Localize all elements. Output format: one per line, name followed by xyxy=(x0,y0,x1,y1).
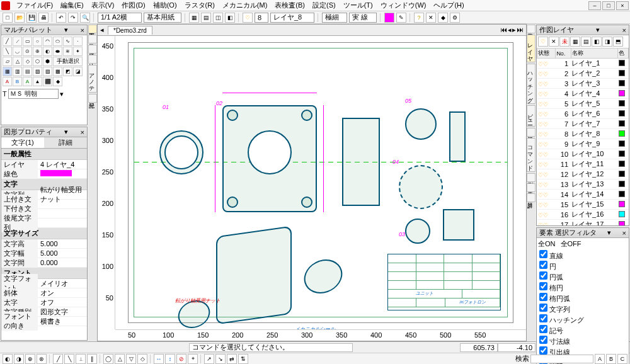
t3-icon[interactable]: ⊙ xyxy=(23,47,32,56)
layer-row[interactable]: ♡♡9レイヤ_9 xyxy=(537,139,629,149)
multipalette-pin-icon[interactable]: ▾ xyxy=(64,26,68,34)
right-tab-2[interactable]: ハッチング xyxy=(527,64,536,104)
select-label[interactable]: 手動選択 xyxy=(53,57,83,66)
doc-nav-prev-icon[interactable]: ◂ xyxy=(508,26,512,34)
menu-view[interactable]: 表示(V) xyxy=(88,0,118,11)
layer-row[interactable]: ♡♡4レイヤ_4 xyxy=(537,89,629,99)
t5-icon[interactable]: ◐ xyxy=(43,47,52,56)
filter-all-off[interactable]: 全OFF xyxy=(561,239,581,249)
bt10-icon[interactable]: △ xyxy=(115,354,125,364)
t7-icon[interactable]: ≋ xyxy=(63,47,72,56)
bulb-icon[interactable]: ♡ xyxy=(243,13,253,23)
tool-y-icon[interactable]: ◆ xyxy=(438,13,448,23)
menu-raster[interactable]: ラスタ(R) xyxy=(181,0,219,11)
a3-icon[interactable]: A xyxy=(23,77,32,86)
multipalette-close-icon[interactable]: × xyxy=(81,26,84,34)
line-tool-icon[interactable]: ╱ xyxy=(3,37,12,46)
circle-tool-icon[interactable]: ○ xyxy=(33,37,42,46)
bt13-icon[interactable]: ↔ xyxy=(154,354,164,364)
bt2-icon[interactable]: ◑ xyxy=(14,354,24,364)
prop-row[interactable]: レイヤ4 レイヤ_4 xyxy=(1,160,87,169)
right-tab-7[interactable]: 表示 xyxy=(527,183,536,192)
layer-row[interactable]: ♡♡17レイヤ_17 xyxy=(537,220,629,226)
a5-icon[interactable]: ⬛ xyxy=(43,77,52,86)
s5-icon[interactable]: ▨ xyxy=(43,67,52,76)
right-tab-3[interactable]: ビュー xyxy=(527,105,536,127)
t13-icon[interactable]: ⬢ xyxy=(43,57,52,66)
maximize-button[interactable]: □ xyxy=(602,1,615,10)
a2-icon[interactable]: B xyxy=(13,77,22,86)
right-tab-6[interactable]: 測定 xyxy=(527,173,536,182)
config-icon[interactable]: ⚙ xyxy=(450,13,460,23)
bt5-icon[interactable]: ╱ xyxy=(53,354,63,364)
bt-set1-icon[interactable]: A xyxy=(595,354,605,364)
menu-file[interactable]: ファイル(F) xyxy=(13,0,57,11)
menu-mechanical[interactable]: メカニカル(M) xyxy=(219,0,272,11)
layer-row[interactable]: ♡♡7レイヤ_7 xyxy=(537,119,629,129)
filter-panel-close-icon[interactable]: × xyxy=(622,229,626,237)
bt14-icon[interactable]: ↕ xyxy=(165,354,175,364)
lineweight-field[interactable]: 極細 xyxy=(322,13,347,23)
t12-icon[interactable]: ⬡ xyxy=(33,57,42,66)
right-tab-8[interactable]: 計算 xyxy=(527,193,536,202)
t2-icon[interactable]: ◡ xyxy=(13,47,22,56)
tool-a-icon[interactable]: ▦ xyxy=(189,13,199,23)
tool-c-icon[interactable]: ◫ xyxy=(213,13,223,23)
layer-table[interactable]: 状態 No. 名称 色 ♡♡1レイヤ_1♡♡2レイヤ_2♡♡3レイヤ_3♡♡4レ… xyxy=(537,48,629,225)
t11-icon[interactable]: ◇ xyxy=(23,57,32,66)
left-tab-0[interactable]: 図面 xyxy=(88,25,97,33)
layer-row[interactable]: ♡♡1レイヤ_1 xyxy=(537,59,629,69)
redo-icon[interactable]: ↷ xyxy=(68,13,78,23)
arc-tool-icon[interactable]: ◠ xyxy=(43,37,52,46)
layer-name-field[interactable]: レイヤ_8 xyxy=(270,13,314,23)
t6-icon[interactable]: ⬬ xyxy=(53,47,62,56)
minimize-button[interactable]: – xyxy=(588,1,601,10)
prop-row[interactable]: 線色 xyxy=(1,169,87,179)
t1-icon[interactable]: ╲ xyxy=(3,47,12,56)
s4-icon[interactable]: ▧ xyxy=(33,67,42,76)
layer-tb7-icon[interactable]: ◨ xyxy=(602,37,612,47)
doc-tab-prev-icon[interactable]: ◂ xyxy=(100,26,104,34)
layer-tb3-icon[interactable]: 未 xyxy=(559,37,570,47)
font-dropdown-icon[interactable]: ▾ xyxy=(60,90,64,98)
bt7-icon[interactable]: ⟂ xyxy=(76,354,86,364)
prop-row[interactable]: 文字間0.000 xyxy=(1,258,87,268)
filter-item[interactable]: ハッチング xyxy=(538,314,627,325)
bt18-icon[interactable]: ↘ xyxy=(215,354,226,364)
font-name-input[interactable] xyxy=(8,89,59,99)
layer-no-field[interactable]: 8 xyxy=(255,13,268,23)
layer-row[interactable]: ♡♡3レイヤ_3 xyxy=(537,79,629,89)
ellipse-tool-icon[interactable]: ⬭ xyxy=(53,37,62,46)
menu-assist[interactable]: 補助(O) xyxy=(149,0,181,11)
right-tab-4[interactable]: 記号 xyxy=(527,128,536,137)
layer-tb2-icon[interactable]: ✕ xyxy=(549,37,559,47)
menu-settings[interactable]: 設定(S) xyxy=(309,0,340,11)
bt-set2-icon[interactable]: B xyxy=(606,354,616,364)
filter-item[interactable]: 寸法線 xyxy=(538,336,627,346)
doc-nav-first-icon[interactable]: ⏮ xyxy=(500,26,507,34)
bt-set3-icon[interactable]: C xyxy=(617,354,627,364)
prop-row[interactable]: 斜体オン xyxy=(1,288,87,298)
t9-icon[interactable]: ▱ xyxy=(3,57,12,66)
bt4-icon[interactable]: ⊗ xyxy=(37,354,47,364)
menu-tools[interactable]: ツール(T) xyxy=(340,0,377,11)
layer-row[interactable]: ♡♡12レイヤ_12 xyxy=(537,169,629,179)
undo-icon[interactable]: ↶ xyxy=(56,13,66,23)
command-prompt[interactable]: コマンドを選択してください。 xyxy=(189,343,353,352)
layer-panel-pin-icon[interactable]: ▾ xyxy=(596,26,600,34)
bt17-icon[interactable]: ↗ xyxy=(204,354,214,364)
prop-row[interactable]: 文字幅5.000 xyxy=(1,249,87,258)
bt6-icon[interactable]: ╲ xyxy=(64,354,74,364)
bt11-icon[interactable]: ▽ xyxy=(126,354,136,364)
bt12-icon[interactable]: ◇ xyxy=(137,354,147,364)
color-swatch-icon[interactable] xyxy=(384,13,394,23)
doc-nav-last-icon[interactable]: ⏭ xyxy=(517,26,524,34)
polyline-tool-icon[interactable]: ⟋ xyxy=(13,37,22,46)
t10-icon[interactable]: △ xyxy=(13,57,22,66)
filter-item[interactable]: 楕円弧 xyxy=(538,293,627,304)
doc-nav-next-icon[interactable]: ▸ xyxy=(512,26,516,34)
paper-field[interactable]: 基本用紙 xyxy=(144,13,181,23)
s1-icon[interactable]: ▦ xyxy=(3,67,12,76)
filter-item[interactable]: 円 xyxy=(538,261,627,271)
drawing-canvas[interactable]: 01 02 03 04 05 転がり軸受用ナット メカニカルシール xyxy=(115,36,526,329)
